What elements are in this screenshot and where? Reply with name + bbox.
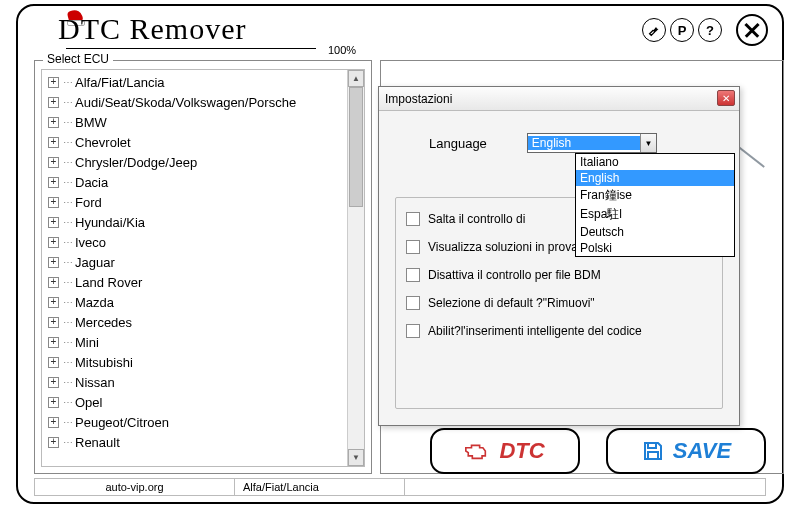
tree-item[interactable]: +⋯Iveco [42,232,347,252]
tree-item[interactable]: +⋯BMW [42,112,347,132]
checkbox-row: Disattiva il controllo per file BDM [406,268,712,282]
expand-icon[interactable]: + [48,337,59,348]
expand-icon[interactable]: + [48,397,59,408]
tree-item-label: Chrysler/Dodge/Jeep [75,155,197,170]
checkbox[interactable] [406,212,420,226]
expand-icon[interactable]: + [48,237,59,248]
tree-item[interactable]: +⋯Audi/Seat/Skoda/Volkswagen/Porsche [42,92,347,112]
expand-icon[interactable]: + [48,277,59,288]
language-option[interactable]: Polski [576,240,734,256]
chevron-down-icon: ▼ [640,134,656,152]
expand-icon[interactable]: + [48,117,59,128]
tree-item-label: Mazda [75,295,114,310]
language-selected-value: English [528,136,640,150]
expand-icon[interactable]: + [48,217,59,228]
status-bar: auto-vip.org Alfa/Fiat/Lancia [34,478,766,496]
tree-item-label: Chevrolet [75,135,131,150]
tree-item[interactable]: +⋯Mercedes [42,312,347,332]
checkbox-row: Abilit?l'inserimenti intelligente del co… [406,324,712,338]
expand-icon[interactable]: + [48,437,59,448]
tree-item-label: Opel [75,395,102,410]
app-title-bar: DTC Remover [58,12,246,46]
tree-item-label: Mitsubishi [75,355,133,370]
close-button[interactable] [736,14,768,46]
tree-item[interactable]: +⋯Mini [42,332,347,352]
dtc-button-label: DTC [499,438,544,464]
app-title: DTC Remover [58,12,246,46]
tree-item-label: Hyundai/Kia [75,215,145,230]
tree-item[interactable]: +⋯Jaguar [42,252,347,272]
language-dropdown[interactable]: ItalianoEnglishFran鐘iseEspa駐lDeutschPols… [575,153,735,257]
expand-icon[interactable]: + [48,377,59,388]
scroll-up-button[interactable]: ▲ [348,70,364,87]
status-path: Alfa/Fiat/Lancia [235,479,405,495]
expand-icon[interactable]: + [48,177,59,188]
tree-item-label: Land Rover [75,275,142,290]
language-combobox[interactable]: English ▼ [527,133,657,153]
expand-icon[interactable]: + [48,297,59,308]
titlebar-buttons: P ? [642,14,768,46]
tree-item[interactable]: +⋯Alfa/Fiat/Lancia [42,72,347,92]
ecu-scrollbar[interactable]: ▲ ▼ [347,70,364,466]
p-button[interactable]: P [670,18,694,42]
checkbox-label: Selezione di default ?"Rimuovi" [428,296,595,310]
checkbox[interactable] [406,296,420,310]
expand-icon[interactable]: + [48,77,59,88]
tree-item[interactable]: +⋯Dacia [42,172,347,192]
settings-dialog: Impostazioni ✕ Language English ▼ Italia… [378,86,740,426]
expand-icon[interactable]: + [48,157,59,168]
checkbox[interactable] [406,324,420,338]
tools-button[interactable] [642,18,666,42]
dtc-button[interactable]: DTC [430,428,580,474]
expand-icon[interactable]: + [48,357,59,368]
tree-item-label: Peugeot/Citroen [75,415,169,430]
language-option[interactable]: Fran鐘ise [576,186,734,205]
tree-item-label: Renault [75,435,120,450]
tree-item[interactable]: +⋯Peugeot/Citroen [42,412,347,432]
status-empty [405,479,765,495]
expand-icon[interactable]: + [48,257,59,268]
tree-item[interactable]: +⋯Mitsubishi [42,352,347,372]
tree-item-label: Dacia [75,175,108,190]
expand-icon[interactable]: + [48,137,59,148]
tree-item[interactable]: +⋯Mazda [42,292,347,312]
dialog-titlebar[interactable]: Impostazioni ✕ [379,87,739,111]
tree-item[interactable]: +⋯Chevrolet [42,132,347,152]
scroll-thumb[interactable] [349,87,363,207]
tree-item-label: Mercedes [75,315,132,330]
checkbox[interactable] [406,240,420,254]
tree-item[interactable]: +⋯Chrysler/Dodge/Jeep [42,152,347,172]
ecu-tree-container: +⋯Alfa/Fiat/Lancia+⋯Audi/Seat/Skoda/Volk… [41,69,365,467]
ecu-groupbox: Select ECU +⋯Alfa/Fiat/Lancia+⋯Audi/Seat… [34,60,372,474]
dialog-close-button[interactable]: ✕ [717,90,735,106]
expand-icon[interactable]: + [48,197,59,208]
ecu-legend: Select ECU [43,52,113,66]
checkbox[interactable] [406,268,420,282]
checkbox-label: Salta il controllo di [428,212,525,226]
tree-item-label: Ford [75,195,102,210]
expand-icon[interactable]: + [48,317,59,328]
language-option[interactable]: Deutsch [576,224,734,240]
tree-item[interactable]: +⋯Renault [42,432,347,452]
expand-icon[interactable]: + [48,97,59,108]
tree-item-label: Nissan [75,375,115,390]
title-underline [66,48,316,49]
help-button[interactable]: ? [698,18,722,42]
engine-icon [465,440,491,462]
expand-icon[interactable]: + [48,417,59,428]
tree-item[interactable]: +⋯Ford [42,192,347,212]
language-option[interactable]: English [576,170,734,186]
save-button[interactable]: SAVE [606,428,766,474]
tree-item[interactable]: +⋯Hyundai/Kia [42,212,347,232]
scroll-down-button[interactable]: ▼ [348,449,364,466]
tree-item[interactable]: +⋯Opel [42,392,347,412]
save-button-label: SAVE [673,438,731,464]
tree-item[interactable]: +⋯Nissan [42,372,347,392]
language-option[interactable]: Espa駐l [576,205,734,224]
ecu-tree[interactable]: +⋯Alfa/Fiat/Lancia+⋯Audi/Seat/Skoda/Volk… [42,70,347,466]
tree-item[interactable]: +⋯Land Rover [42,272,347,292]
language-option[interactable]: Italiano [576,154,734,170]
tree-item-label: Alfa/Fiat/Lancia [75,75,165,90]
checkbox-row: Selezione di default ?"Rimuovi" [406,296,712,310]
checkbox-label: Visualizza soluzioni in prova [428,240,578,254]
